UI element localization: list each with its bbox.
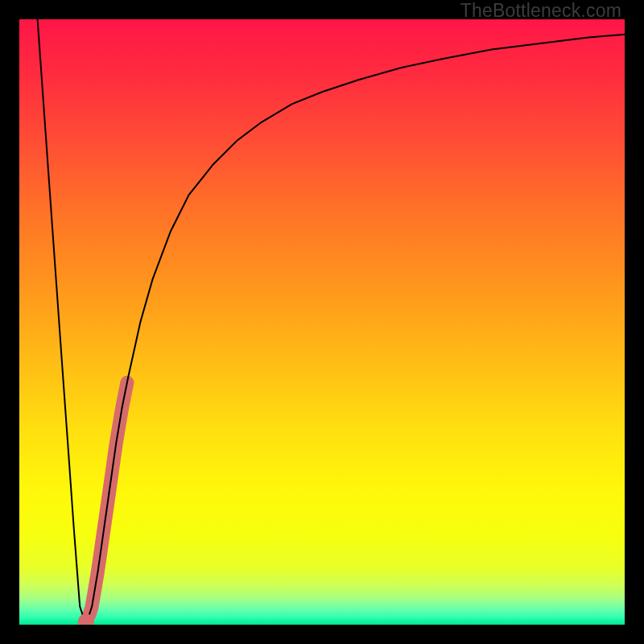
chart-frame: TheBottleneck.com	[0, 0, 644, 644]
gradient-background	[19, 19, 625, 625]
watermark-text: TheBottleneck.com	[460, 0, 621, 22]
chart-svg	[19, 19, 625, 625]
plot-area	[19, 19, 625, 625]
